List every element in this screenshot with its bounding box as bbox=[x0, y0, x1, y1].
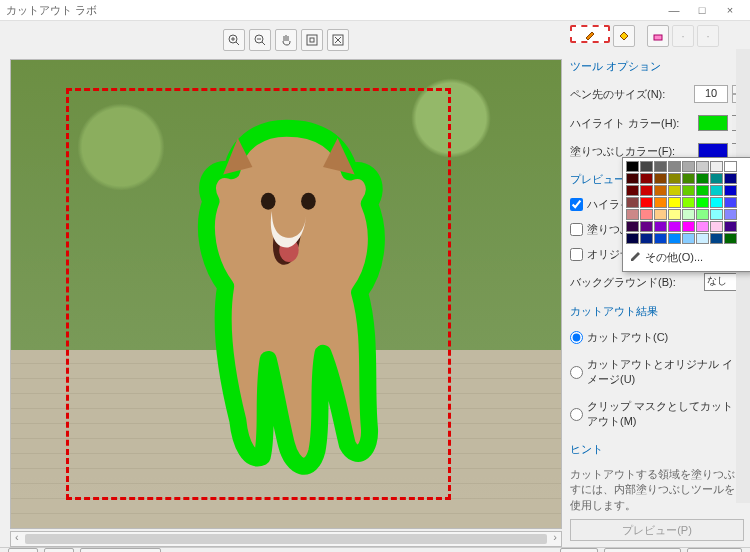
close-button[interactable]: × bbox=[716, 0, 744, 20]
svg-point-11 bbox=[301, 193, 316, 210]
palette-color[interactable] bbox=[640, 185, 653, 196]
group-hint: ヒント bbox=[570, 442, 744, 457]
maximize-button[interactable]: □ bbox=[688, 0, 716, 20]
palette-color[interactable] bbox=[668, 233, 681, 244]
palette-color[interactable] bbox=[710, 185, 723, 196]
palette-color[interactable] bbox=[682, 233, 695, 244]
palette-color[interactable] bbox=[626, 173, 639, 184]
palette-more[interactable]: その他(O)... bbox=[626, 247, 748, 268]
palette-color[interactable] bbox=[654, 173, 667, 184]
palette-color[interactable] bbox=[640, 233, 653, 244]
palette-color[interactable] bbox=[626, 185, 639, 196]
svg-rect-8 bbox=[310, 38, 314, 42]
palette-color[interactable] bbox=[668, 173, 681, 184]
palette-color[interactable] bbox=[626, 221, 639, 232]
ok-button[interactable]: OK bbox=[560, 548, 598, 552]
palette-color[interactable] bbox=[724, 173, 737, 184]
canvas-toolbar bbox=[10, 29, 562, 55]
palette-color[interactable] bbox=[668, 209, 681, 220]
palette-color[interactable] bbox=[640, 161, 653, 172]
tool-extra2-icon[interactable]: · bbox=[697, 25, 719, 47]
palette-color[interactable] bbox=[654, 221, 667, 232]
palette-color[interactable] bbox=[626, 197, 639, 208]
palette-color[interactable] bbox=[668, 221, 681, 232]
zoom-in-icon[interactable] bbox=[223, 29, 245, 51]
palette-color[interactable] bbox=[724, 221, 737, 232]
palette-color[interactable] bbox=[640, 173, 653, 184]
minimize-button[interactable]: — bbox=[660, 0, 688, 20]
highlight-color-swatch[interactable] bbox=[698, 115, 728, 131]
palette-color[interactable] bbox=[696, 185, 709, 196]
fit-icon[interactable] bbox=[301, 29, 323, 51]
palette-color[interactable] bbox=[640, 209, 653, 220]
palette-color[interactable] bbox=[668, 185, 681, 196]
canvas[interactable] bbox=[10, 59, 562, 529]
radio-cutout-orig[interactable] bbox=[570, 366, 583, 379]
actual-size-icon[interactable] bbox=[327, 29, 349, 51]
pan-icon[interactable] bbox=[275, 29, 297, 51]
chk-show-fill[interactable] bbox=[570, 223, 583, 236]
undo-button[interactable] bbox=[8, 548, 38, 552]
eyedropper-icon bbox=[629, 251, 641, 265]
color-palette-popup: その他(O)... bbox=[622, 157, 750, 272]
palette-color[interactable] bbox=[696, 161, 709, 172]
palette-color[interactable] bbox=[710, 161, 723, 172]
palette-color[interactable] bbox=[640, 197, 653, 208]
palette-color[interactable] bbox=[710, 173, 723, 184]
chk-show-original[interactable] bbox=[570, 248, 583, 261]
palette-color[interactable] bbox=[710, 233, 723, 244]
palette-color[interactable] bbox=[654, 233, 667, 244]
palette-color[interactable] bbox=[682, 173, 695, 184]
palette-color[interactable] bbox=[724, 161, 737, 172]
palette-color[interactable] bbox=[654, 209, 667, 220]
palette-color[interactable] bbox=[668, 161, 681, 172]
palette-color[interactable] bbox=[682, 161, 695, 172]
palette-color[interactable] bbox=[724, 185, 737, 196]
palette-color[interactable] bbox=[710, 209, 723, 220]
palette-color[interactable] bbox=[682, 185, 695, 196]
tool-extra1-icon[interactable]: · bbox=[672, 25, 694, 47]
preview-button[interactable]: プレビュー(P) bbox=[570, 519, 744, 541]
palette-color[interactable] bbox=[696, 221, 709, 232]
radio-clipmask[interactable] bbox=[570, 408, 583, 421]
palette-color[interactable] bbox=[724, 209, 737, 220]
svg-line-1 bbox=[236, 42, 239, 45]
palette-color[interactable] bbox=[654, 185, 667, 196]
zoom-out-icon[interactable] bbox=[249, 29, 271, 51]
cancel-button[interactable]: キャンセル bbox=[604, 548, 681, 552]
pen-size-input[interactable]: 10 bbox=[694, 85, 728, 103]
fill-tool-icon[interactable] bbox=[613, 25, 635, 47]
palette-color[interactable] bbox=[682, 209, 695, 220]
palette-color[interactable] bbox=[724, 197, 737, 208]
palette-color[interactable] bbox=[696, 209, 709, 220]
palette-color[interactable] bbox=[724, 233, 737, 244]
palette-color[interactable] bbox=[696, 233, 709, 244]
palette-color[interactable] bbox=[654, 197, 667, 208]
help-button[interactable]: ヘルプ bbox=[687, 548, 742, 552]
palette-color[interactable] bbox=[682, 221, 695, 232]
palette-color[interactable] bbox=[682, 197, 695, 208]
palette-color[interactable] bbox=[668, 197, 681, 208]
palette-color[interactable] bbox=[696, 173, 709, 184]
subject-dog bbox=[138, 116, 435, 481]
palette-color[interactable] bbox=[710, 221, 723, 232]
svg-line-5 bbox=[262, 42, 265, 45]
window-title: カットアウト ラボ bbox=[6, 3, 660, 18]
redo-button[interactable] bbox=[44, 548, 74, 552]
reset-button[interactable]: リセット(E) bbox=[80, 548, 161, 552]
palette-color[interactable] bbox=[654, 161, 667, 172]
radio-cutout[interactable] bbox=[570, 331, 583, 344]
background-label: バックグラウンド(B): bbox=[570, 275, 700, 290]
palette-color[interactable] bbox=[626, 233, 639, 244]
palette-color[interactable] bbox=[626, 161, 639, 172]
palette-color[interactable] bbox=[710, 197, 723, 208]
chk-show-highlight[interactable] bbox=[570, 198, 583, 211]
horizontal-scrollbar[interactable] bbox=[10, 531, 562, 547]
palette-color[interactable] bbox=[626, 209, 639, 220]
palette-color[interactable] bbox=[696, 197, 709, 208]
palette-color[interactable] bbox=[640, 221, 653, 232]
hint-text: カットアウトする領域を塗りつぶすには、内部塗りつぶしツールを使用します。 bbox=[570, 467, 744, 513]
vertical-scrollbar[interactable] bbox=[736, 49, 750, 503]
eraser-tool-icon[interactable] bbox=[647, 25, 669, 47]
highlight-tool-icon[interactable] bbox=[570, 25, 610, 43]
